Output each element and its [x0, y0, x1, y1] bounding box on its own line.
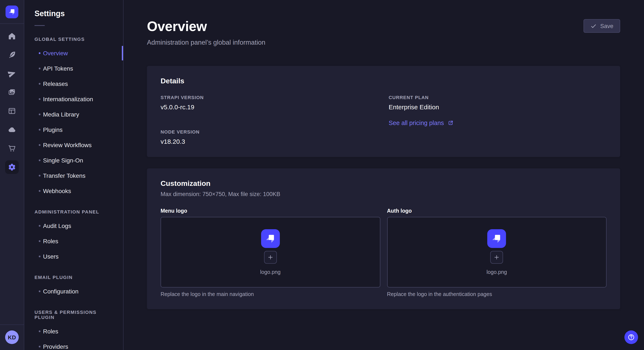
help-button[interactable]	[624, 331, 638, 344]
auth-logo-preview	[488, 229, 506, 248]
bullet-icon	[39, 160, 40, 161]
subnav-item-label: Webhooks	[43, 187, 71, 194]
subnav-item-overview[interactable]: Overview	[24, 45, 123, 61]
subnav-item-admin-roles[interactable]: Roles	[24, 233, 123, 249]
bullet-icon	[39, 190, 40, 192]
current-plan-field: CURRENT PLAN Enterprise Edition	[389, 95, 606, 111]
subnav-item-audit-logs[interactable]: Audit Logs	[24, 218, 123, 233]
subnav-list-global: Overview API Tokens Releases Internation…	[24, 45, 123, 199]
gear-icon	[7, 163, 16, 172]
save-button-label: Save	[600, 23, 613, 29]
subnav-item-label: Configuration	[43, 288, 78, 295]
menu-logo-upload: Menu logo logo.png Replace the logo in t…	[160, 208, 380, 297]
bullet-icon	[39, 240, 40, 242]
nav-home-button[interactable]	[5, 29, 19, 43]
main-nav-rail: KD	[0, 0, 24, 350]
subnav-item-label: API Tokens	[43, 65, 73, 72]
current-plan-value: Enterprise Edition	[389, 103, 606, 111]
subnav-item-admin-users[interactable]: Users	[24, 249, 123, 264]
home-icon	[8, 32, 16, 40]
subnav-item-up-roles[interactable]: Roles	[24, 324, 123, 339]
bullet-icon	[39, 52, 40, 54]
divider	[0, 23, 24, 24]
images-icon	[8, 88, 16, 97]
details-left-column: STRAPI VERSION v5.0.0-rc.19 NODE VERSION…	[160, 95, 378, 145]
save-button[interactable]: Save	[584, 19, 620, 33]
divider	[0, 325, 24, 325]
strapi-version-value: v5.0.0-rc.19	[160, 103, 378, 111]
main-content: Overview Administration panel’s global i…	[124, 0, 644, 350]
logo-uploads: Menu logo logo.png Replace the logo in t…	[160, 208, 606, 297]
customization-heading: Customization	[160, 179, 606, 188]
layout-icon	[8, 107, 16, 115]
auth-logo-upload: Auth logo logo.png Replace the logo in t…	[387, 208, 606, 297]
bullet-icon	[39, 331, 40, 332]
bullet-icon	[39, 114, 40, 115]
subnav-list-email: Configuration	[24, 284, 123, 299]
section-label-global-settings: GLOBAL SETTINGS	[34, 37, 113, 42]
subnav-item-single-sign-on[interactable]: Single Sign-On	[24, 153, 123, 168]
menu-logo-dropzone[interactable]: logo.png	[160, 217, 380, 288]
cart-icon	[8, 144, 16, 153]
menu-logo-caption: Replace the logo in the main navigation	[160, 291, 380, 297]
menu-logo-add-button[interactable]	[264, 251, 277, 264]
node-version-field: NODE VERSION v18.20.3	[160, 129, 378, 145]
strapi-logo-icon	[263, 231, 278, 246]
auth-logo-filename: logo.png	[486, 269, 507, 275]
nav-settings-button[interactable]	[5, 160, 19, 174]
bullet-icon	[39, 68, 40, 69]
section-label-administration-panel: ADMINISTRATION PANEL	[34, 209, 113, 214]
settings-subnav: Settings GLOBAL SETTINGS Overview API To…	[24, 0, 124, 350]
subnav-item-internationalization[interactable]: Internationalization	[24, 91, 123, 107]
page-title: Overview	[147, 19, 265, 34]
section-label-email-plugin: EMAIL PLUGIN	[34, 275, 113, 280]
nav-cloud-button[interactable]	[5, 123, 19, 137]
node-version-value: v18.20.3	[160, 138, 378, 145]
pricing-plans-link[interactable]: See all pricing plans	[389, 120, 454, 126]
nav-marketplace-button[interactable]	[5, 142, 19, 155]
subnav-item-label: Review Workflows	[43, 142, 92, 149]
user-avatar[interactable]: KD	[5, 331, 19, 344]
bullet-icon	[39, 98, 40, 100]
pricing-plans-link-label: See all pricing plans	[389, 120, 444, 126]
plus-icon	[267, 254, 274, 261]
subnav-item-email-configuration[interactable]: Configuration	[24, 284, 123, 299]
subnav-item-label: Overview	[43, 50, 68, 57]
details-grid: STRAPI VERSION v5.0.0-rc.19 NODE VERSION…	[160, 95, 606, 145]
subnav-item-label: Plugins	[43, 126, 62, 133]
bullet-icon	[39, 225, 40, 227]
strapi-logo[interactable]	[6, 5, 18, 18]
auth-logo-add-button[interactable]	[490, 251, 503, 264]
menu-logo-label: Menu logo	[160, 208, 380, 214]
details-heading: Details	[160, 77, 606, 85]
auth-logo-caption: Replace the logo in the authentication p…	[387, 291, 606, 297]
nav-releases-button[interactable]	[5, 67, 19, 80]
customization-card: Customization Max dimension: 750×750, Ma…	[147, 169, 620, 309]
paper-plane-icon	[8, 69, 16, 78]
subnav-item-webhooks[interactable]: Webhooks	[24, 183, 123, 199]
feather-icon	[8, 51, 16, 59]
subnav-item-label: Single Sign-On	[43, 157, 83, 164]
title-divider	[34, 25, 45, 26]
subnav-item-plugins[interactable]: Plugins	[24, 122, 123, 137]
subnav-item-up-providers[interactable]: Providers	[24, 339, 123, 350]
bullet-icon	[39, 144, 40, 146]
strapi-version-label: STRAPI VERSION	[160, 95, 378, 100]
nav-media-library-button[interactable]	[5, 85, 19, 99]
nav-content-manager-button[interactable]	[5, 48, 19, 62]
strapi-version-field: STRAPI VERSION v5.0.0-rc.19	[160, 95, 378, 111]
external-link-icon	[448, 120, 454, 126]
nav-content-type-builder-button[interactable]	[5, 104, 19, 118]
subnav-item-releases[interactable]: Releases	[24, 76, 123, 91]
subnav-title: Settings	[34, 9, 113, 18]
question-mark-icon	[628, 334, 635, 341]
page-header-text: Overview Administration panel’s global i…	[147, 19, 265, 46]
subnav-list-admin: Audit Logs Roles Users	[24, 218, 123, 264]
subnav-item-media-library[interactable]: Media Library	[24, 107, 123, 122]
subnav-item-api-tokens[interactable]: API Tokens	[24, 61, 123, 76]
strapi-logo-icon	[7, 7, 17, 17]
subnav-item-review-workflows[interactable]: Review Workflows	[24, 137, 123, 153]
subnav-item-transfer-tokens[interactable]: Transfer Tokens	[24, 168, 123, 183]
auth-logo-dropzone[interactable]: logo.png	[387, 217, 606, 288]
subnav-item-label: Releases	[43, 80, 68, 87]
